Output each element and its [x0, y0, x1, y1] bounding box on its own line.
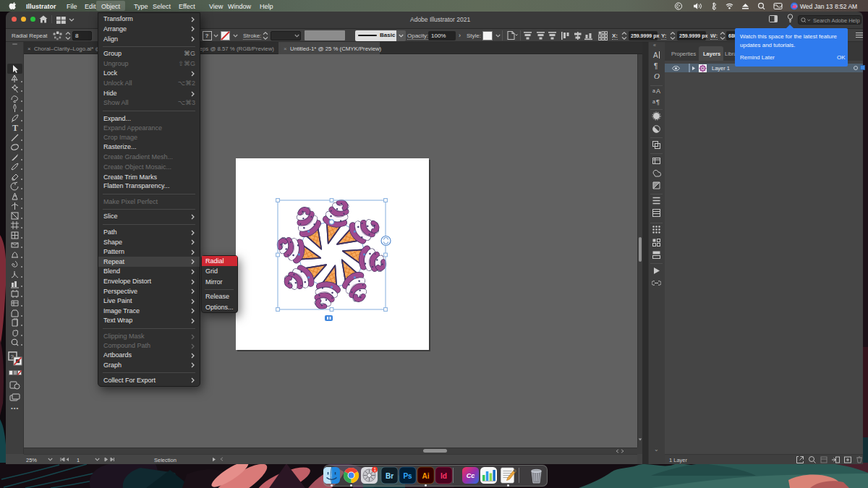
- svg-text:¶: ¶: [654, 62, 658, 70]
- svg-text:Ai: Ai: [422, 472, 430, 480]
- svg-text:Br: Br: [386, 472, 393, 480]
- svg-text:Ps: Ps: [403, 472, 412, 480]
- svg-text:a: a: [652, 88, 655, 93]
- svg-text:Id: Id: [441, 472, 447, 480]
- svg-text:a: a: [652, 99, 655, 104]
- svg-text:A: A: [653, 51, 658, 59]
- svg-text:O: O: [654, 72, 660, 80]
- svg-text:A: A: [656, 87, 660, 95]
- svg-text:¶: ¶: [656, 98, 660, 106]
- svg-text:Cc: Cc: [467, 472, 475, 479]
- svg-text:1: 1: [374, 467, 377, 472]
- svg-text:T: T: [12, 123, 18, 132]
